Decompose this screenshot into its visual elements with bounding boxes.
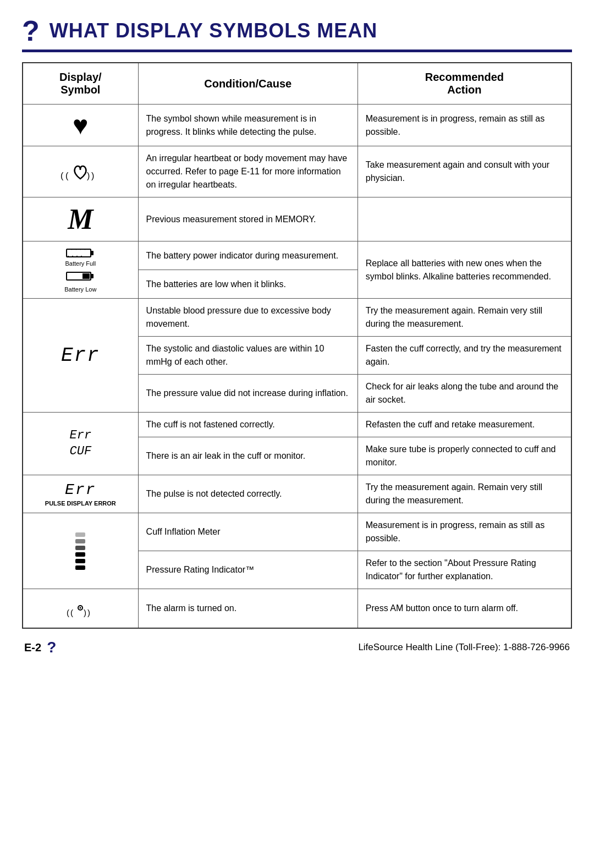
table-row: Err Unstable blood pressure due to exces…: [23, 299, 571, 337]
header-question-icon: ?: [22, 17, 40, 45]
svg-text:): ): [84, 608, 86, 617]
condition-err-2: The systolic and diastolic values are wi…: [138, 337, 358, 375]
cuff-bar-2: [75, 539, 85, 543]
err-icon: Err: [61, 344, 100, 367]
svg-point-19: [80, 607, 81, 609]
svg-rect-14: [82, 273, 90, 279]
svg-text:): ): [87, 608, 90, 617]
table-row: Err PULSE DISPLAY ERROR The pulse is not…: [23, 475, 571, 513]
action-heart: Measurement is in progress, remain as st…: [358, 105, 571, 146]
battery-full-item: Battery Full: [65, 247, 96, 267]
err-pulse-icon: Err PULSE DISPLAY ERROR: [31, 481, 130, 507]
cuff-bar-5: [75, 559, 85, 563]
condition-battery-full: The battery power indicator during measu…: [138, 241, 358, 270]
battery-full-label: Battery Full: [65, 260, 96, 267]
action-err-pulse: Try the measurement again. Remain very s…: [358, 475, 571, 513]
heart-solid-icon: ♥: [73, 111, 89, 140]
condition-err-1: Unstable blood pressure due to excessive…: [138, 299, 358, 337]
cuff-meter-icon: [31, 532, 130, 570]
cuff-bar-3: [75, 546, 85, 550]
svg-text:): ): [87, 171, 90, 180]
symbol-heart: ♥: [23, 105, 138, 146]
svg-text:(: (: [70, 608, 73, 617]
table-row: ♥ The symbol shown while measurement is …: [23, 105, 571, 146]
table-row: M Previous measurement stored in MEMORY.: [23, 197, 571, 241]
action-err-cuf-1: Refasten the cuff and retake measurement…: [358, 413, 571, 437]
condition-err-cuf-1: The cuff is not fastened correctly.: [138, 413, 358, 437]
symbol-cuff-meter: [23, 513, 138, 589]
condition-battery-low: The batteries are low when it blinks.: [138, 270, 358, 299]
battery-full-icon: [66, 247, 95, 259]
action-err-3: Check for air leaks along the tube and a…: [358, 375, 571, 413]
action-cuff-2: Refer to the section "About Pressure Rat…: [358, 551, 571, 589]
action-battery: Replace all batteries with new ones when…: [358, 241, 571, 299]
header-divider: [22, 50, 572, 52]
action-err-1: Try the measurement again. Remain very s…: [358, 299, 571, 337]
svg-text:(: (: [67, 608, 69, 617]
battery-low-icon: [66, 270, 95, 285]
memory-m-icon: M: [68, 204, 93, 235]
condition-alarm: The alarm is turned on.: [138, 589, 358, 629]
action-alarm: Press AM button once to turn alarm off.: [358, 589, 571, 629]
action-err-2: Fasten the cuff correctly, and try the m…: [358, 337, 571, 375]
footer-left: E-2 ?: [24, 639, 56, 656]
condition-cuff-1: Cuff Inflation Meter: [138, 513, 358, 551]
battery-low-item: Battery Low: [64, 270, 96, 293]
action-err-cuf-2: Make sure tube is properly connected to …: [358, 437, 571, 475]
table-row: ( ( ) ) An irregular heartbeat or body m…: [23, 146, 571, 197]
table-row: Battery Full Battery Low T: [23, 241, 571, 270]
table-row: Cuff Inflation Meter Measurement is in p…: [23, 513, 571, 551]
condition-err-pulse: The pulse is not detected correctly.: [138, 475, 358, 513]
symbols-table: Display/Symbol Condition/Cause Recommend…: [22, 62, 572, 629]
condition-memory: Previous measurement stored in MEMORY.: [138, 197, 358, 241]
footer-lifesource: LifeSource Health Line (Toll-Free): 1-88…: [358, 642, 570, 653]
heart-wave-icon: ( ( ) ): [31, 158, 130, 185]
condition-err-3: The pressure value did not increase duri…: [138, 375, 358, 413]
svg-text:(: (: [65, 171, 69, 180]
symbol-err-pulse: Err PULSE DISPLAY ERROR: [23, 475, 138, 513]
col-header-action: RecommendedAction: [358, 63, 571, 105]
alarm-icon: ( ( ) ): [31, 595, 130, 622]
svg-rect-13: [91, 274, 94, 278]
symbol-err-cuf: Err CUF: [23, 413, 138, 475]
page-title: WHAT DISPLAY SYMBOLS MEAN: [50, 19, 377, 42]
battery-icons: Battery Full Battery Low: [31, 247, 130, 293]
svg-rect-5: [91, 251, 94, 255]
svg-text:(: (: [61, 171, 64, 180]
footer-page-number: E-2: [24, 641, 41, 654]
symbol-memory: M: [23, 197, 138, 241]
page-footer: E-2 ? LifeSource Health Line (Toll-Free)…: [22, 639, 572, 656]
table-row: ( ( ) ) The alarm is turned on. Press AM…: [23, 589, 571, 629]
col-header-symbol: Display/Symbol: [23, 63, 138, 105]
svg-text:): ): [91, 171, 94, 180]
table-row: Err CUF The cuff is not fastened correct…: [23, 413, 571, 437]
action-memory: [358, 197, 571, 241]
condition-heart-wave: An irregular heartbeat or body movement …: [138, 146, 358, 197]
symbol-battery: Battery Full Battery Low: [23, 241, 138, 299]
cuff-bar-4: [75, 552, 85, 557]
condition-cuff-2: Pressure Rating Indicator™: [138, 551, 358, 589]
symbol-err: Err: [23, 299, 138, 413]
action-cuff-1: Measurement is in progress, remain as st…: [358, 513, 571, 551]
err-cuf-icon: Err CUF: [31, 428, 130, 459]
battery-low-label: Battery Low: [64, 286, 96, 293]
condition-heart: The symbol shown while measurement is in…: [138, 105, 358, 146]
pulse-display-error-label: PULSE DISPLAY ERROR: [45, 500, 116, 507]
page-header: ? WHAT DISPLAY SYMBOLS MEAN: [22, 17, 572, 45]
svg-rect-10: [68, 250, 89, 256]
cuff-bar-6: [75, 565, 85, 570]
symbol-heart-wave: ( ( ) ): [23, 146, 138, 197]
cuff-bar-1: [75, 532, 85, 537]
footer-question-icon: ?: [47, 639, 56, 656]
col-header-condition: Condition/Cause: [138, 63, 358, 105]
condition-err-cuf-2: There is an air leak in the cuff or moni…: [138, 437, 358, 475]
action-heart-wave: Take measurement again and consult with …: [358, 146, 571, 197]
err-text-small: Err: [65, 481, 96, 498]
symbol-alarm: ( ( ) ): [23, 589, 138, 629]
